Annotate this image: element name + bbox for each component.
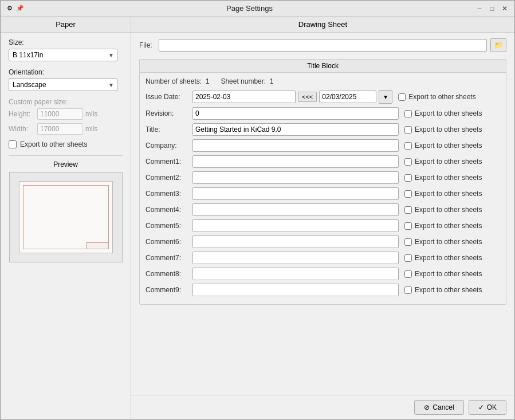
comment4-label: Comment4:: [146, 206, 189, 214]
cancel-button[interactable]: ⊘ Cancel: [414, 400, 463, 415]
comment7-export-checkbox[interactable]: [404, 254, 412, 262]
comment1-export-label: Export to other sheets: [415, 158, 482, 166]
company-input[interactable]: [192, 139, 399, 152]
comment3-export-label: Export to other sheets: [415, 190, 482, 198]
restore-button[interactable]: □: [487, 3, 497, 14]
comment8-row: Comment8: Export to other sheets: [146, 268, 500, 280]
comment3-input[interactable]: [192, 187, 399, 200]
revision-row: Revision: Export to other sheets: [146, 107, 500, 120]
comment1-export-checkbox[interactable]: [404, 158, 412, 166]
comment7-input[interactable]: [192, 252, 399, 264]
orientation-select[interactable]: Landscape Portrait: [9, 78, 117, 91]
preview-border: [23, 185, 109, 249]
export-to-other-sheets-checkbox[interactable]: [9, 140, 17, 148]
size-select[interactable]: B 11x17in A4 A3 Letter: [9, 49, 117, 61]
issue-date-row: Issue Date: <<< ▼ Export to other sheets: [146, 90, 500, 104]
comment7-export-checkbox-container: Export to other sheets: [404, 254, 482, 262]
width-input[interactable]: [37, 123, 83, 135]
comment5-export-checkbox-container: Export to other sheets: [404, 222, 482, 230]
comment2-export-checkbox-container: Export to other sheets: [404, 174, 482, 182]
comment2-input[interactable]: [192, 171, 399, 184]
dialog-title: Page Settings: [226, 4, 273, 13]
comment5-input[interactable]: [192, 219, 399, 232]
preview-section: Preview: [9, 155, 123, 262]
comment5-export-checkbox[interactable]: [404, 222, 412, 230]
company-export-label: Export to other sheets: [415, 142, 482, 150]
comment7-row: Comment7: Export to other sheets: [146, 252, 500, 264]
custom-size-label: Custom paper size:: [9, 98, 123, 106]
comment8-input[interactable]: [192, 268, 399, 280]
comment1-label: Comment1:: [146, 158, 189, 166]
comment9-row: Comment9: Export to other sheets: [146, 284, 500, 296]
issue-date-export-label: Export to other sheets: [408, 93, 475, 101]
sheet-info-row: Number of sheets: 1 Sheet number: 1: [146, 77, 500, 85]
pin-icon: 📌: [15, 4, 25, 13]
comment6-row: Comment6: Export to other sheets: [146, 235, 500, 248]
ok-button[interactable]: ✓ OK: [469, 400, 506, 415]
cancel-icon: ⊘: [424, 403, 430, 411]
comment5-label: Comment5:: [146, 222, 189, 230]
width-unit: mils: [85, 125, 97, 133]
close-button[interactable]: ✕: [500, 3, 510, 14]
comment4-export-checkbox[interactable]: [404, 206, 412, 214]
title-export-checkbox[interactable]: [404, 126, 412, 134]
comment9-export-checkbox-container: Export to other sheets: [404, 286, 482, 294]
comment6-input[interactable]: [192, 235, 399, 248]
company-export-checkbox[interactable]: [404, 142, 412, 150]
comment7-export-label: Export to other sheets: [415, 254, 482, 262]
company-export-checkbox-container: Export to other sheets: [404, 142, 482, 150]
date-row: <<< ▼: [192, 90, 392, 104]
issue-date-export-checkbox[interactable]: [398, 93, 406, 101]
comment3-export-checkbox[interactable]: [404, 190, 412, 198]
comment9-input[interactable]: [192, 284, 399, 296]
comment1-export-checkbox-container: Export to other sheets: [404, 158, 482, 166]
revision-input[interactable]: [192, 107, 399, 120]
comment2-label: Comment2:: [146, 174, 189, 182]
titlebar: ⚙ 📌 Page Settings – □ ✕: [1, 1, 514, 17]
title-row: Title: Export to other sheets: [146, 123, 500, 136]
title-input[interactable]: [192, 123, 399, 136]
date-prev-button[interactable]: <<<: [298, 92, 317, 102]
comment2-export-checkbox[interactable]: [404, 174, 412, 182]
orientation-label: Orientation:: [9, 68, 123, 76]
sheet-number-label: Sheet number:: [221, 77, 266, 85]
height-input[interactable]: [37, 108, 83, 120]
comment7-label: Comment7:: [146, 254, 189, 262]
comment6-export-checkbox[interactable]: [404, 238, 412, 246]
comment6-export-checkbox-container: Export to other sheets: [404, 238, 482, 246]
paper-panel-header: Paper: [1, 17, 131, 33]
height-label: Height:: [9, 110, 35, 118]
file-input[interactable]: [159, 39, 487, 52]
orientation-group: Orientation: Landscape Portrait ▼: [9, 68, 123, 91]
export-checkbox-label: Export to other sheets: [20, 140, 87, 148]
browse-button[interactable]: 📁: [490, 38, 506, 52]
comment9-export-checkbox[interactable]: [404, 286, 412, 294]
comment6-label: Comment6:: [146, 238, 189, 246]
revision-label: Revision:: [146, 109, 189, 117]
comment4-input[interactable]: [192, 203, 399, 216]
comment3-export-checkbox-container: Export to other sheets: [404, 190, 482, 198]
paper-panel-content: Size: B 11x17in A4 A3 Letter ▼ Orientati…: [1, 33, 131, 419]
page-settings-dialog: ⚙ 📌 Page Settings – □ ✕ Paper Size: B 11…: [0, 0, 515, 420]
titlebar-app-icons: ⚙ 📌: [5, 4, 25, 13]
comment9-label: Comment9:: [146, 286, 189, 294]
title-block-header: Title Block: [140, 60, 506, 73]
comment4-row: Comment4: Export to other sheets: [146, 203, 500, 216]
date-dropdown-button[interactable]: ▼: [379, 90, 392, 104]
comment8-label: Comment8:: [146, 270, 189, 278]
num-sheets-value: 1: [206, 77, 210, 85]
preview-box: [9, 172, 123, 262]
issue-date-input[interactable]: [192, 91, 296, 103]
minimize-button[interactable]: –: [474, 3, 485, 14]
comment3-label: Comment3:: [146, 190, 189, 198]
comment5-export-label: Export to other sheets: [415, 222, 482, 230]
comment1-input[interactable]: [192, 155, 399, 168]
date-display-input[interactable]: [319, 91, 376, 103]
comment4-export-label: Export to other sheets: [415, 206, 482, 214]
comment3-row: Comment3: Export to other sheets: [146, 187, 500, 200]
revision-export-checkbox[interactable]: [404, 110, 412, 117]
right-panel: Drawing Sheet File: 📁 Title Block Number: [131, 17, 514, 419]
comment8-export-checkbox[interactable]: [404, 270, 412, 278]
title-label: Title:: [146, 125, 189, 134]
ok-label: OK: [487, 403, 497, 411]
